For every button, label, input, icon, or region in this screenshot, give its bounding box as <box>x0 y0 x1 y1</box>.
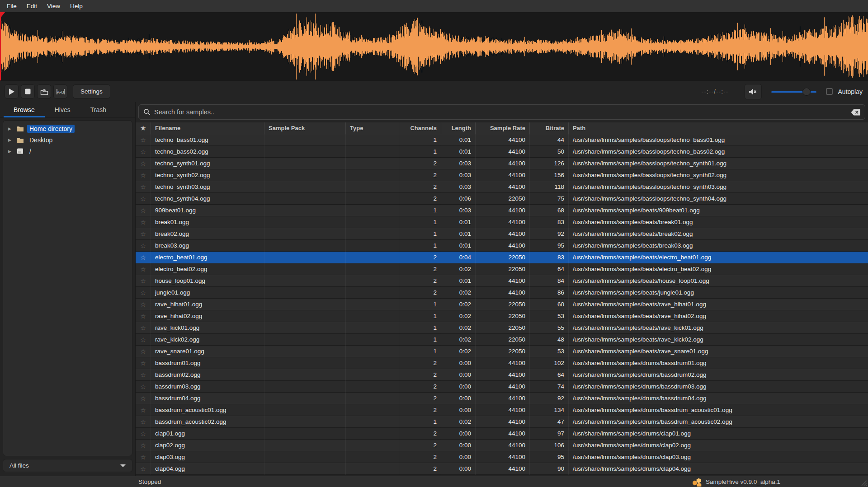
table-row[interactable]: break02.ogg10:014410092/usr/share/lmms/s… <box>136 228 868 240</box>
table-row[interactable]: clap01.ogg20:004410097/usr/share/lmms/sa… <box>136 428 868 440</box>
favorite-star-icon[interactable] <box>136 416 151 428</box>
column-header-sample-pack[interactable]: Sample Pack <box>264 122 346 134</box>
tree-item-home-directory[interactable]: Home directory <box>3 123 132 134</box>
favorite-star-icon[interactable] <box>136 369 151 381</box>
table-row[interactable]: techno_synth02.ogg20:0344100156/usr/shar… <box>136 169 868 181</box>
favorite-star-icon[interactable] <box>136 451 151 463</box>
table-row[interactable]: rave_hihat02.ogg10:022205053/usr/share/l… <box>136 310 868 322</box>
table-row[interactable]: electro_beat02.ogg20:022205064/usr/share… <box>136 263 868 275</box>
favorite-star-icon[interactable] <box>136 310 151 322</box>
stop-button[interactable] <box>21 84 35 98</box>
table-row[interactable]: bassdrum03.ogg20:004410074/usr/share/lmm… <box>136 381 868 393</box>
tab-browse[interactable]: Browse <box>4 102 45 117</box>
cell-path: /usr/share/lmms/samples/drums/clap01.ogg <box>569 428 868 440</box>
favorite-star-icon[interactable] <box>136 275 151 287</box>
favorite-star-icon[interactable] <box>136 228 151 240</box>
table-row[interactable]: bassdrum02.ogg20:004410064/usr/share/lmm… <box>136 369 868 381</box>
favorite-star-icon[interactable] <box>136 299 151 310</box>
table-row[interactable]: rave_snare01.ogg10:022205053/usr/share/l… <box>136 346 868 357</box>
table-row[interactable]: bassdrum_acoustic01.ogg20:0044100134/usr… <box>136 404 868 416</box>
table-row[interactable]: break01.ogg10:014410083/usr/share/lmms/s… <box>136 216 868 228</box>
table-row[interactable]: rave_hihat01.ogg10:022205060/usr/share/l… <box>136 299 868 310</box>
expand-arrow-icon[interactable] <box>8 138 16 142</box>
menu-file[interactable]: File <box>2 1 22 11</box>
clear-search-icon[interactable] <box>851 109 860 116</box>
column-header-path[interactable]: Path <box>569 122 868 134</box>
favorite-star-icon[interactable] <box>136 346 151 357</box>
tab-hives[interactable]: Hives <box>45 102 80 117</box>
favorite-star-icon[interactable] <box>136 393 151 404</box>
favorite-star-icon[interactable] <box>136 287 151 299</box>
favorite-star-icon[interactable] <box>136 134 151 146</box>
table-row[interactable]: rave_kick02.ogg10:022205048/usr/share/lm… <box>136 334 868 346</box>
favorite-star-icon[interactable] <box>136 169 151 181</box>
table-row[interactable]: bassdrum_acoustic02.ogg10:024410047/usr/… <box>136 416 868 428</box>
favorite-star-icon[interactable] <box>136 322 151 334</box>
column-header-filename[interactable]: Filename <box>151 122 264 134</box>
favorite-star-icon[interactable] <box>136 240 151 252</box>
favorite-star-icon[interactable] <box>136 428 151 440</box>
table-row[interactable]: 909beat01.ogg10:034410068/usr/share/lmms… <box>136 205 868 216</box>
table-row[interactable]: jungle01.ogg20:024410086/usr/share/lmms/… <box>136 287 868 299</box>
table-row[interactable]: techno_bass01.ogg10:014410044/usr/share/… <box>136 134 868 146</box>
table-row[interactable]: house_loop01.ogg20:014410084/usr/share/l… <box>136 275 868 287</box>
volume-knob[interactable] <box>802 88 811 96</box>
table-row[interactable]: techno_bass02.ogg10:014410050/usr/share/… <box>136 146 868 158</box>
favorite-star-icon[interactable] <box>136 252 151 263</box>
favorite-star-icon[interactable] <box>136 404 151 416</box>
table-row[interactable]: break03.ogg10:014410095/usr/share/lmms/s… <box>136 240 868 252</box>
favorite-star-icon[interactable] <box>136 357 151 369</box>
cell-path: /usr/share/lmms/samples/drums/bassdrum04… <box>569 393 868 404</box>
favorite-star-icon[interactable] <box>136 146 151 158</box>
settings-button[interactable]: Settings <box>73 84 110 98</box>
playhead-marker[interactable] <box>0 12 1 80</box>
resize-grip[interactable] <box>860 479 867 486</box>
column-header-type[interactable]: Type <box>346 122 399 134</box>
volume-slider[interactable] <box>771 87 816 96</box>
open-folder-button[interactable] <box>37 84 51 98</box>
favorite-star-icon[interactable] <box>136 381 151 393</box>
search-input[interactable] <box>154 108 847 116</box>
mute-button[interactable] <box>745 84 762 99</box>
favorite-star-icon[interactable] <box>136 334 151 346</box>
table-row[interactable]: clap02.ogg20:0044100106/usr/share/lmms/s… <box>136 440 868 451</box>
column-header-bitrate[interactable]: Bitrate <box>530 122 569 134</box>
play-button[interactable] <box>5 84 19 98</box>
table-row[interactable]: electro_beat01.ogg20:042205083/usr/share… <box>136 252 868 263</box>
waveform-panel[interactable] <box>0 12 868 81</box>
tree-item-desktop[interactable]: Desktop <box>3 134 132 145</box>
menu-help[interactable]: Help <box>65 1 88 11</box>
search-bar[interactable] <box>138 104 865 120</box>
column-header-sample-rate[interactable]: Sample Rate <box>476 122 530 134</box>
column-header-channels[interactable]: Channels <box>399 122 441 134</box>
favorite-star-icon[interactable] <box>136 193 151 205</box>
favorite-star-icon[interactable] <box>136 216 151 228</box>
menu-edit[interactable]: Edit <box>22 1 42 11</box>
table-row[interactable]: techno_synth04.ogg20:062205075/usr/share… <box>136 193 868 205</box>
column-header-favorite-star-icon[interactable] <box>136 122 151 134</box>
file-filter-dropdown[interactable]: All files <box>3 459 132 472</box>
expand-arrow-icon[interactable] <box>8 149 16 154</box>
favorite-star-icon[interactable] <box>136 440 151 451</box>
expand-arrow-icon[interactable] <box>8 126 16 131</box>
table-row[interactable]: clap04.ogg20:004410090/usr/share/lmms/sa… <box>136 463 868 475</box>
tab-trash[interactable]: Trash <box>80 102 116 117</box>
ab-loop-button[interactable]: A-B <box>53 84 67 98</box>
column-header-length[interactable]: Length <box>441 122 476 134</box>
table-row[interactable]: bassdrum01.ogg20:0044100102/usr/share/lm… <box>136 357 868 369</box>
favorite-star-icon[interactable] <box>136 463 151 475</box>
tree-item-root[interactable]: / <box>3 145 132 157</box>
favorite-star-icon[interactable] <box>136 205 151 216</box>
table-row[interactable]: techno_synth03.ogg20:0344100118/usr/shar… <box>136 181 868 193</box>
table-row[interactable]: clap03.ogg20:004410095/usr/share/lmms/sa… <box>136 451 868 463</box>
table-row[interactable]: rave_kick01.ogg10:022205055/usr/share/lm… <box>136 322 868 334</box>
favorite-star-icon[interactable] <box>136 158 151 169</box>
table-row[interactable]: bassdrum04.ogg20:004410092/usr/share/lmm… <box>136 393 868 404</box>
favorite-star-icon[interactable] <box>136 263 151 275</box>
table-row[interactable]: techno_synth01.ogg20:0344100126/usr/shar… <box>136 158 868 169</box>
cell-bitrate: 50 <box>530 146 569 158</box>
cell-sample-pack <box>264 240 346 252</box>
favorite-star-icon[interactable] <box>136 181 151 193</box>
autoplay-checkbox[interactable] <box>826 88 833 95</box>
menu-view[interactable]: View <box>42 1 65 11</box>
